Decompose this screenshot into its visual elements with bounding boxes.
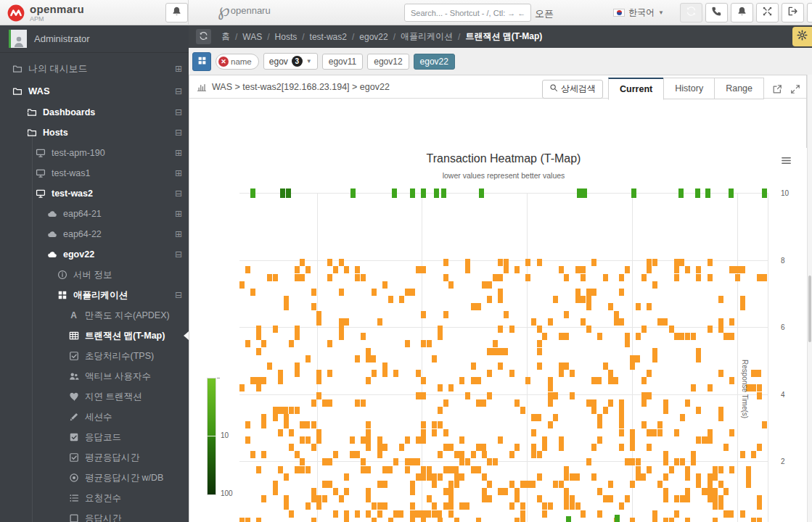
partner-name: opennaru	[231, 5, 271, 18]
collapse-toggle-icon[interactable]: ⊟	[175, 290, 182, 300]
tx-cell	[537, 473, 542, 481]
expand-toggle-icon[interactable]: ⊞	[175, 168, 182, 178]
sidebar-item-요청건수[interactable]: 요청건수	[0, 488, 189, 508]
sidebar-item-hosts[interactable]: Hosts⊟	[0, 123, 189, 143]
alerts-button[interactable]	[165, 3, 188, 22]
sidebar-item-dashboards[interactable]: Dashboards⊟	[0, 102, 189, 123]
remove-filter-icon[interactable]: ✕	[218, 57, 229, 67]
tx-cell	[641, 326, 647, 333]
tab-current[interactable]: Current	[608, 78, 664, 100]
collapse-toggle-icon[interactable]: ⊟	[175, 188, 182, 199]
tab-history[interactable]: History	[663, 78, 715, 99]
settings-button[interactable]	[792, 27, 812, 46]
filter-chip-name[interactable]: ✕ name	[216, 54, 259, 70]
collapse-toggle-icon[interactable]: ⊟	[175, 249, 182, 260]
refresh-button[interactable]	[196, 29, 211, 44]
tx-cell	[718, 318, 723, 326]
expand-toggle-icon[interactable]: ⊞	[175, 64, 182, 74]
collapse-toggle-icon[interactable]: ⊟	[175, 128, 182, 138]
sidebar-item-응답코드[interactable]: 응답코드	[0, 427, 189, 447]
tx-cell	[548, 384, 553, 392]
tx-cell	[525, 259, 530, 266]
sidebar-item-eap64-21[interactable]: eap64-21⊞	[0, 204, 189, 224]
tx-cell	[498, 259, 503, 266]
sidebar-item-평균응답시간[interactable]: 평균응답시간	[0, 447, 189, 468]
language-selector[interactable]: 한국어 ▼	[613, 7, 664, 19]
tx-cell	[438, 407, 443, 414]
detail-search-button[interactable]: 상세검색	[542, 80, 603, 99]
resize-icon[interactable]	[790, 84, 800, 94]
collapse-toggle-icon[interactable]: ⊟	[175, 107, 182, 117]
tx-cell	[680, 414, 685, 421]
breadcrumb-link[interactable]: egov22	[359, 32, 387, 42]
breadcrumb-link[interactable]: Hosts	[275, 32, 298, 42]
tx-cell	[641, 399, 647, 407]
tx-cell	[372, 518, 377, 522]
sidebar-item-세션수[interactable]: 세션수	[0, 407, 189, 427]
tx-cell	[718, 481, 723, 488]
chart-menu-button[interactable]	[781, 155, 792, 169]
fullscreen-button[interactable]	[756, 3, 779, 22]
notifications-button[interactable]	[731, 3, 753, 22]
tx-cell	[630, 355, 640, 362]
tx-cell	[619, 274, 624, 281]
sidebar-item-평균응답시간-w-db[interactable]: 평균응답시간 w/DB	[0, 468, 189, 488]
global-search-input[interactable]	[404, 4, 531, 22]
sidebar-item-만족도-지수-apdex-[interactable]: A만족도 지수(APDEX)	[0, 305, 189, 326]
sidebar-item-test-apm-190[interactable]: test-apm-190⊞	[0, 143, 189, 163]
tx-cell	[245, 518, 250, 522]
tx-cell	[669, 466, 674, 473]
sidebar-item-애플리케이션[interactable]: 애플리케이션⊟	[0, 285, 189, 305]
tx-cell	[674, 259, 684, 266]
tx-cell	[581, 510, 586, 518]
sidebar-item-초당처리수-tps-[interactable]: 초당처리수(TPS)	[0, 346, 189, 366]
tx-cell	[597, 436, 602, 444]
support-button[interactable]	[680, 3, 702, 22]
sidebar-item-label: 나의 대시보드	[28, 62, 88, 75]
sidebar-item-eap64-22[interactable]: eap64-22⊞	[0, 224, 189, 244]
breadcrumb-link[interactable]: 홈	[221, 30, 230, 43]
logout-button[interactable]	[782, 3, 804, 22]
breadcrumb-link[interactable]: 애플리케이션	[401, 30, 453, 43]
tx-cell	[432, 355, 437, 362]
collapse-toggle-icon[interactable]: ⊟	[175, 86, 182, 96]
phone-button[interactable]	[705, 3, 728, 22]
expand-toggle-icon[interactable]: ⊞	[175, 148, 182, 158]
sidebar-item-트랜잭션-맵-t-map-[interactable]: 트랜잭션 맵(T-Map)	[0, 326, 189, 346]
tx-cell	[514, 495, 520, 502]
tx-cell	[619, 407, 624, 414]
tx-cell	[729, 377, 734, 384]
tx-cell	[619, 444, 624, 451]
expand-toggle-icon[interactable]: ⊞	[175, 209, 182, 219]
sidebar-item-나의-대시보드[interactable]: 나의 대시보드⊞	[0, 57, 189, 80]
tx-cell	[757, 274, 767, 281]
tx-cell	[514, 518, 520, 522]
group-select[interactable]: egov 3 ▼	[263, 53, 318, 70]
tx-cell	[713, 488, 718, 495]
external-link-icon[interactable]	[772, 84, 782, 94]
sidebar-item-지연-트랜잭션[interactable]: 지연 트랜잭션	[0, 386, 189, 407]
tx-cell	[570, 473, 580, 481]
tx-cell	[652, 355, 657, 362]
sidebar-item-액티브-사용자수[interactable]: 액티브 사용자수	[0, 366, 189, 386]
sidebar-item-응답시간[interactable]: 응답시간	[0, 508, 189, 522]
sidebar-item-test-was1[interactable]: test-was1⊞	[0, 163, 189, 183]
tab-range[interactable]: Range	[714, 78, 764, 99]
menu-button[interactable]	[807, 3, 812, 22]
breadcrumb-link[interactable]: WAS	[242, 32, 262, 42]
dashboard-grid-button[interactable]	[192, 52, 211, 71]
tx-cell	[305, 266, 311, 273]
filter-tag-egov11[interactable]: egov11	[322, 54, 363, 70]
filter-tag-egov22[interactable]: egov22	[414, 54, 455, 70]
filter-tag-egov12[interactable]: egov12	[367, 54, 409, 70]
tx-cell	[757, 495, 762, 502]
scrollbar-thumb[interactable]	[808, 276, 811, 342]
breadcrumb-link[interactable]: test-was2	[310, 32, 347, 42]
sidebar-item-test-was2[interactable]: test-was2⊟	[0, 183, 189, 204]
sidebar-item-서버-정보[interactable]: 서버 정보	[0, 265, 189, 285]
admin-profile[interactable]: Administrator	[0, 25, 189, 53]
tx-cell	[443, 274, 448, 281]
sidebar-item-egov22[interactable]: egov22⊟	[0, 244, 189, 265]
expand-toggle-icon[interactable]: ⊞	[175, 229, 182, 239]
sidebar-item-was[interactable]: WAS⊟	[0, 80, 189, 102]
